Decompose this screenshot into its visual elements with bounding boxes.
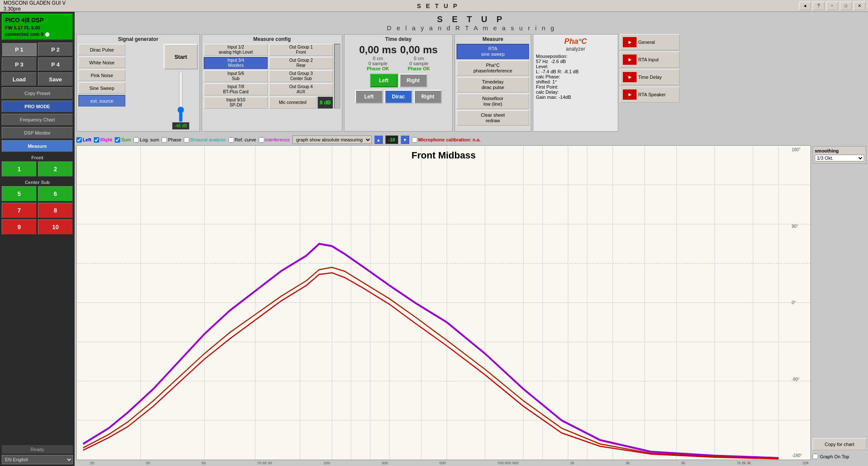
noisefloor-btn[interactable]: Noisefloorlow (line) — [457, 94, 529, 109]
load-btn[interactable]: Load — [2, 72, 37, 86]
td-right1-btn[interactable]: Right — [399, 74, 427, 87]
timedelay-btn[interactable]: Timedelaydirac pulse — [457, 77, 529, 92]
ch-9-btn[interactable]: 9 — [2, 219, 37, 235]
volume-slider[interactable] — [176, 71, 185, 122]
x-2k: 2k — [570, 461, 574, 465]
rta-sweep-btn[interactable]: RTAsine sweep — [457, 44, 529, 59]
pro-mode-btn[interactable]: PRO MODE — [2, 101, 73, 112]
out-1-btn[interactable]: Out Group 1Front — [269, 44, 333, 56]
ext-source-btn[interactable]: ext. source — [78, 95, 125, 106]
db-value: 8 dB — [318, 97, 333, 109]
measure-btn[interactable]: Measure — [2, 140, 73, 152]
cb-right-item[interactable]: Right — [94, 137, 112, 143]
td-dirac-btn[interactable]: Dirac — [385, 90, 412, 104]
dirac-pulse-btn[interactable]: Dirac Pulse — [78, 44, 125, 55]
ch-10-btn[interactable]: 10 — [38, 219, 73, 235]
dsp-monitor-btn[interactable]: DSP Monitor — [2, 127, 73, 139]
input-12-btn[interactable]: Input 1/2analog High Level — [204, 44, 268, 56]
preset-p3-btn[interactable]: P 3 — [2, 58, 37, 71]
td-left-btn[interactable]: Left — [370, 74, 398, 87]
sine-sweep-btn[interactable]: Sine Sweep — [78, 82, 125, 94]
device-fw: FW 5.17 FL 5.00 — [5, 25, 69, 31]
input-34-btn[interactable]: Input 3/4Woofers — [204, 57, 268, 69]
preset-p4-btn[interactable]: P 4 — [38, 58, 73, 71]
ch-5-btn[interactable]: 5 — [2, 186, 37, 201]
phase-interference-btn[interactable]: Pha°Cphase/interference — [457, 60, 529, 76]
minimize-btn[interactable]: − — [826, 2, 838, 10]
restore-btn[interactable]: ◄ — [799, 2, 811, 10]
input-56-btn[interactable]: Input 5/6Sub — [204, 70, 268, 82]
cb-binaural[interactable] — [184, 137, 189, 143]
white-noise-btn[interactable]: White Noise — [78, 57, 125, 68]
cb-ref[interactable] — [229, 137, 234, 143]
cb-interf-item[interactable]: interference — [259, 137, 290, 143]
graph-show-select[interactable]: graph show absolute measuring — [292, 135, 372, 144]
cb-logsum-item[interactable]: Log. sum — [133, 137, 159, 143]
ch-1-btn[interactable]: 1 — [2, 161, 37, 177]
cb-mic-cal[interactable] — [412, 137, 417, 143]
mic-btn[interactable]: Mic connected — [269, 97, 316, 109]
cb-right[interactable] — [94, 137, 99, 143]
graph-up-btn[interactable]: ▲ — [374, 135, 383, 144]
out-3-btn[interactable]: Out Group 3Center Sub — [269, 70, 333, 82]
cb-left-item[interactable]: Left — [76, 137, 91, 143]
yt-speaker-btn[interactable]: ▶ RTA Speaker — [620, 86, 680, 103]
ch-2-btn[interactable]: 2 — [38, 161, 73, 177]
cb-sum[interactable] — [115, 137, 120, 143]
smoothing-select[interactable]: 1/3 Okt. 1/6 Okt. 1/12 Okt. none — [815, 155, 864, 161]
degree-labels: 180° 90° 0° -90° -180° — [792, 146, 809, 460]
out-4-btn[interactable]: Out Group 4AUX — [269, 83, 333, 95]
cb-mic-cal-item[interactable]: Microphone calibration: n.a. — [412, 137, 481, 143]
yt-icon-general: ▶ — [623, 37, 637, 47]
frequency-chart-btn[interactable]: Frequency Chart — [2, 114, 73, 126]
cb-interf[interactable] — [259, 137, 264, 143]
time-delay-panel: Time delay 0,00 ms 0 cm 0 sample Phase O… — [344, 34, 453, 132]
content-area: S E T U P D e l a y a n d R T A m e a s … — [75, 12, 868, 466]
td-left2-btn[interactable]: Left — [355, 90, 383, 104]
preset-p2-btn[interactable]: P 2 — [38, 43, 73, 56]
input-910-btn[interactable]: Input 9/10SP-Dif — [204, 97, 268, 109]
measure-panel-title: Measure — [457, 36, 529, 42]
start-slider-area: Start -48 dB — [164, 44, 198, 129]
sig-gen-buttons: Dirac Pulse White Noise Pink Noise Sine … — [78, 44, 162, 129]
mc-scrollbar[interactable] — [334, 44, 340, 109]
td-left-sample: 0 sample — [359, 61, 396, 66]
controls-panel: Signal generator Dirac Pulse White Noise… — [75, 32, 868, 133]
yt-timedelay-btn[interactable]: ▶ Time Delay — [620, 69, 680, 85]
ch-6-btn[interactable]: 6 — [38, 186, 73, 201]
cb-phase[interactable] — [162, 137, 167, 143]
cb-interf-label: interference — [265, 137, 290, 142]
cb-sum-item[interactable]: Sum — [115, 137, 131, 143]
cb-ref-item[interactable]: Ref. curve — [229, 137, 256, 143]
out-2-btn[interactable]: Out Group 2Rear — [269, 57, 333, 69]
cb-phase-item[interactable]: Phase — [162, 137, 181, 143]
measure-section-panel: Measure RTAsine sweep Pha°Cphase/interfe… — [454, 34, 531, 132]
language-select[interactable]: EN English — [2, 455, 73, 464]
app-main-title: S E T U P — [77, 3, 799, 9]
preset-p1-btn[interactable]: P 1 — [2, 43, 37, 56]
info-brand: Pha°C — [564, 37, 587, 46]
info-calc-delay-label: calc Delay: — [536, 89, 615, 95]
graph-right-panel: smoothing 1/3 Okt. 1/6 Okt. 1/12 Okt. no… — [811, 145, 866, 460]
graph-down-btn[interactable]: ▼ — [401, 135, 409, 144]
cb-left[interactable] — [76, 137, 82, 143]
close-btn[interactable]: ✕ — [854, 2, 865, 10]
maximize-btn[interactable]: □ — [840, 2, 852, 10]
save-btn[interactable]: Save — [38, 72, 73, 86]
input-78-btn[interactable]: Input 7/8BT-Plus Card — [204, 83, 268, 95]
graph-on-top[interactable]: Graph On Top — [813, 454, 866, 459]
clear-sheet-btn[interactable]: Clear sheetredraw — [457, 110, 529, 126]
copy-preset-btn[interactable]: Copy Preset — [2, 87, 73, 99]
ch-7-btn[interactable]: 7 — [2, 203, 37, 218]
help-btn[interactable]: ? — [813, 2, 825, 10]
yt-general-btn[interactable]: ▶ General — [620, 34, 680, 50]
graph-on-top-cb[interactable] — [813, 454, 818, 459]
start-btn[interactable]: Start — [164, 44, 198, 69]
yt-rta-btn[interactable]: ▶ RTA Input — [620, 52, 680, 68]
pink-noise-btn[interactable]: Pink Noise — [78, 69, 125, 81]
cb-logsum[interactable] — [133, 137, 139, 143]
cb-binaural-item[interactable]: Binaural analysis — [184, 137, 226, 143]
td-right2-btn[interactable]: Right — [414, 90, 442, 104]
copy-chart-btn[interactable]: Copy for chart — [813, 438, 866, 450]
ch-8-btn[interactable]: 8 — [38, 203, 73, 218]
